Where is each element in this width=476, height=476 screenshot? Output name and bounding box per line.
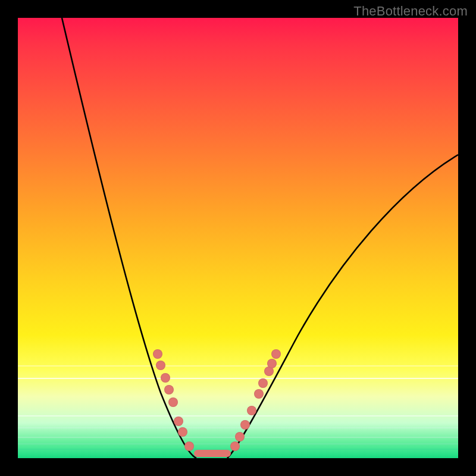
curve-svg xyxy=(18,18,458,458)
data-marker-right xyxy=(258,378,268,388)
flat-bottom-segment xyxy=(194,450,231,457)
data-marker-right xyxy=(267,359,277,368)
data-marker-left xyxy=(184,441,194,451)
data-marker-left xyxy=(168,397,178,407)
curve-left xyxy=(62,18,196,458)
data-marker-left xyxy=(178,427,187,437)
data-marker-right xyxy=(235,432,245,441)
data-marker-left xyxy=(161,373,170,383)
data-marker-right xyxy=(240,420,250,430)
data-marker-left xyxy=(164,385,174,394)
watermark: TheBottleneck.com xyxy=(353,4,468,19)
data-marker-left xyxy=(153,349,162,359)
curve-right xyxy=(227,155,458,458)
data-marker-right xyxy=(254,389,264,399)
data-marker-left xyxy=(156,361,165,370)
data-marker-right xyxy=(230,441,240,451)
data-marker-right xyxy=(247,406,256,415)
data-marker-left xyxy=(174,416,183,426)
data-marker-right xyxy=(271,349,281,359)
chart-frame xyxy=(18,18,458,458)
